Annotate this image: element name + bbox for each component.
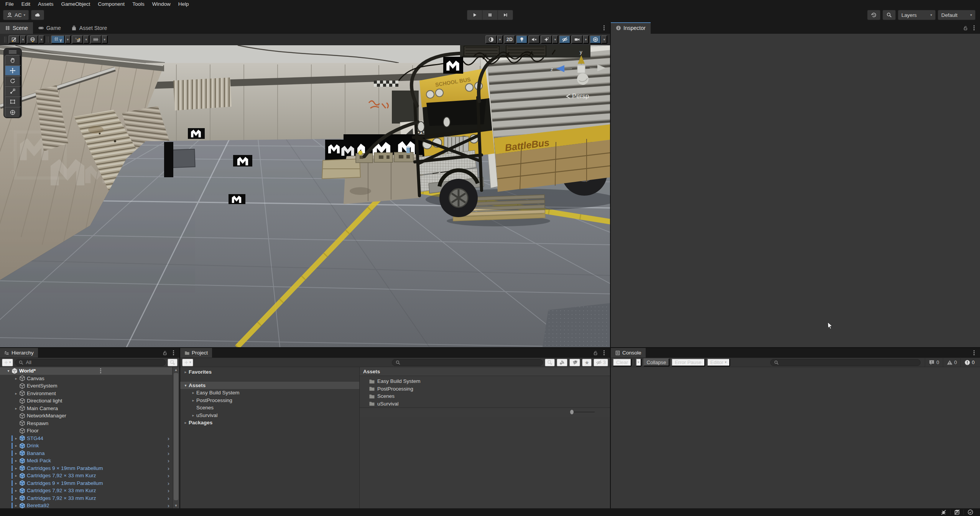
lock-icon[interactable]	[593, 350, 598, 356]
scene-camera-button[interactable]	[571, 35, 583, 44]
project-tree-row[interactable]: ★ Packages	[180, 419, 359, 427]
project-tree-row[interactable]: ★ PostProcessing	[180, 397, 359, 404]
lock-icon[interactable]	[963, 25, 968, 31]
slider-knob[interactable]	[570, 410, 574, 414]
snap-increment-button[interactable]	[90, 35, 102, 44]
search-by-type-button[interactable]	[557, 359, 567, 366]
collapse-button[interactable]: Collapse	[643, 358, 670, 366]
scene-lighting-button[interactable]	[516, 35, 528, 44]
prefab-open-arrow[interactable]: ›	[168, 450, 169, 456]
scroll-down-arrow[interactable]: ▼	[173, 503, 179, 508]
layers-dropdown[interactable]: Layers▾	[898, 10, 936, 20]
expand-arrow[interactable]	[13, 481, 19, 485]
account-button[interactable]: AC ▾	[3, 10, 29, 20]
expand-arrow[interactable]	[190, 413, 196, 417]
tab-asset-store[interactable]: Asset Store	[66, 22, 112, 34]
clear-dropdown[interactable]: ▾	[636, 358, 641, 366]
scroll-up-arrow[interactable]: ▲	[173, 367, 179, 373]
progress-status-button[interactable]	[964, 509, 977, 515]
hierarchy-row[interactable]: EventSystem ›	[0, 382, 172, 390]
prefab-open-arrow[interactable]: ›	[168, 503, 169, 508]
effects-dropdown[interactable]: ▾	[552, 35, 558, 44]
hierarchy-row[interactable]: Banana ›	[0, 450, 172, 457]
expand-arrow[interactable]	[183, 370, 189, 374]
project-tree-row[interactable]: ★ uSurvival	[180, 412, 359, 419]
menu-item[interactable]: Edit	[18, 0, 34, 8]
pivot-globe-button[interactable]	[27, 35, 38, 44]
editor-dropdown[interactable]: Editor▾	[707, 358, 730, 366]
grid-dropdown[interactable]: ▾	[65, 35, 71, 44]
shading-mode-dropdown[interactable]: ▾	[497, 35, 503, 44]
hierarchy-row[interactable]: Cartridges 7,92 × 33 mm Kurz ›	[0, 472, 172, 480]
debugger-status-button[interactable]	[937, 509, 950, 515]
hierarchy-row[interactable]: Canvas ›	[0, 375, 172, 382]
prefab-open-arrow[interactable]: ›	[168, 473, 169, 478]
prefab-open-arrow[interactable]: ›	[168, 435, 169, 441]
expand-arrow[interactable]	[13, 458, 19, 463]
thumbnail-size-slider[interactable]	[571, 412, 595, 412]
kebab-menu-icon[interactable]	[602, 350, 606, 356]
snap-increment-dropdown[interactable]: ▾	[102, 35, 108, 44]
expand-arrow[interactable]	[190, 398, 196, 402]
menu-item[interactable]: GameObject	[58, 0, 94, 8]
tab-project[interactable]: Project	[180, 348, 212, 358]
step-button[interactable]	[498, 10, 513, 20]
hierarchy-row[interactable]: Main Camera ›	[0, 405, 172, 412]
lock-icon[interactable]	[162, 350, 168, 356]
hierarchy-row[interactable]: Directional light ›	[0, 397, 172, 405]
effects-button[interactable]	[541, 35, 552, 44]
expand-arrow[interactable]	[13, 473, 19, 478]
menu-item[interactable]: Window	[148, 0, 174, 8]
kebab-menu-icon[interactable]	[972, 25, 976, 31]
expand-arrow[interactable]	[13, 443, 19, 448]
pivot-dropdown[interactable]: ▾	[38, 35, 44, 44]
expand-arrow[interactable]	[13, 391, 19, 396]
cloud-services-button[interactable]	[31, 10, 44, 20]
prefab-open-arrow[interactable]: ›	[168, 495, 169, 501]
prefab-open-arrow[interactable]: ›	[168, 458, 169, 463]
kebab-menu-icon[interactable]	[99, 368, 103, 374]
hierarchy-row[interactable]: World* ›	[0, 367, 172, 375]
info-count-toggle[interactable]: 0	[925, 358, 942, 367]
expand-arrow[interactable]	[190, 391, 196, 395]
project-content-item[interactable]: Scenes	[360, 392, 610, 400]
expand-arrow[interactable]	[13, 376, 19, 381]
expand-arrow[interactable]	[13, 466, 19, 470]
snap-dropdown[interactable]: ▾	[83, 35, 89, 44]
scene-audio-button[interactable]	[528, 35, 540, 44]
cache-server-status-button[interactable]	[950, 509, 964, 515]
hierarchy-row[interactable]: STG44 ›	[0, 435, 172, 442]
expand-arrow[interactable]	[13, 451, 19, 455]
tab-console[interactable]: Console	[611, 348, 646, 358]
error-pause-button[interactable]: Error Pause	[671, 358, 705, 366]
expand-arrow[interactable]	[13, 436, 19, 440]
project-content-item[interactable]: PostProcessing	[360, 385, 610, 393]
scene-viewport[interactable]: SECURITY DE	[0, 45, 610, 347]
tab-game[interactable]: Game	[33, 22, 66, 34]
project-tree-row[interactable]: ★ Assets	[180, 382, 359, 389]
error-count-toggle[interactable]: 0	[960, 358, 978, 367]
kebab-menu-icon[interactable]	[171, 350, 176, 356]
rect-tool-button[interactable]	[5, 96, 21, 107]
palette-drag-handle[interactable]	[9, 51, 16, 53]
gizmos-button[interactable]	[590, 35, 601, 44]
hierarchy-row[interactable]: Drink ›	[0, 442, 172, 450]
expand-arrow[interactable]	[5, 369, 12, 373]
console-log-area[interactable]	[611, 367, 980, 508]
clear-button[interactable]: Clear	[613, 358, 631, 366]
hierarchy-row[interactable]: Cartridges 7,92 × 33 mm Kurz ›	[0, 495, 172, 502]
project-search[interactable]	[392, 359, 543, 366]
scene-visibility-button[interactable]	[559, 35, 571, 44]
favorites-star-button[interactable]: ★	[582, 359, 592, 366]
gizmos-dropdown[interactable]: ▾	[601, 35, 607, 44]
expand-arrow[interactable]	[183, 383, 189, 387]
picker-button[interactable]	[545, 359, 555, 366]
expand-arrow[interactable]	[13, 496, 19, 500]
layout-dropdown[interactable]: Default▾	[938, 10, 975, 20]
project-tree-row[interactable]: ★ Favorites	[180, 368, 359, 376]
prefab-open-arrow[interactable]: ›	[168, 488, 169, 493]
hierarchy-row[interactable]: Medi Pack ›	[0, 457, 172, 465]
menu-item[interactable]: Assets	[34, 0, 58, 8]
hierarchy-row[interactable]: Environment ›	[0, 390, 172, 397]
picker-button[interactable]	[168, 359, 178, 366]
